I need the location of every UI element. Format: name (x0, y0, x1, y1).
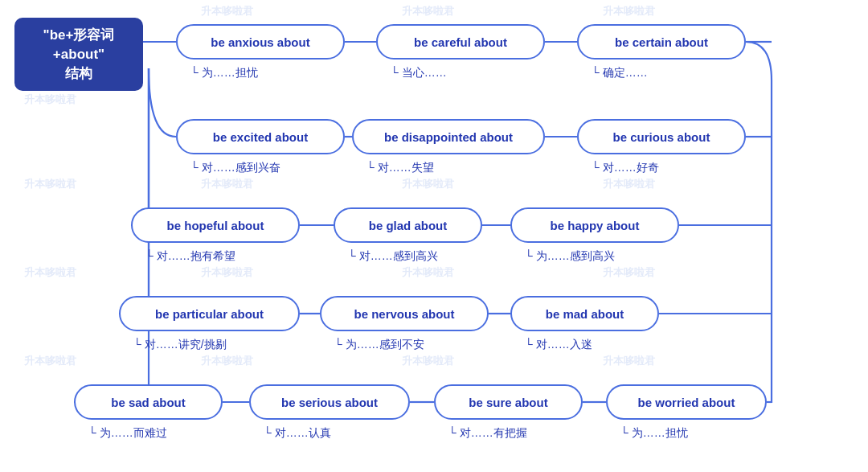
pill-p2: be careful about (376, 24, 545, 60)
watermark: 升本哆啦君 (402, 177, 454, 191)
trans-p9: └ 为……感到高兴 (525, 249, 615, 264)
trans-p15: └ 对……有把握 (448, 426, 527, 441)
pill-p16: be worried about (606, 384, 767, 420)
watermark: 升本哆啦君 (603, 265, 655, 280)
trans-p7: └ 对……抱有希望 (145, 249, 235, 264)
trans-p16: └ 为……担忧 (620, 426, 688, 441)
trans-p13: └ 为……而难过 (88, 426, 167, 441)
pill-p8: be glad about (334, 207, 482, 243)
trans-p12: └ 对……入迷 (525, 338, 592, 352)
trans-p5: └ 对……失望 (366, 161, 434, 175)
watermark: 升本哆啦君 (603, 177, 655, 191)
pill-p13: be sad about (74, 384, 223, 420)
pill-p10: be particular about (119, 296, 300, 331)
pill-p9: be happy about (510, 207, 679, 243)
pill-p4: be excited about (176, 119, 345, 154)
trans-p8: └ 对……感到高兴 (348, 249, 438, 264)
pill-p12: be mad about (510, 296, 659, 331)
pill-p3: be certain about (577, 24, 746, 60)
watermark: 升本哆啦君 (201, 265, 253, 280)
watermark: 升本哆啦君 (603, 354, 655, 368)
watermark: 升本哆啦君 (603, 4, 655, 18)
pill-p11: be nervous about (320, 296, 489, 331)
watermark: 升本哆啦君 (24, 265, 76, 280)
pill-p5: be disappointed about (352, 119, 545, 154)
trans-p4: └ 对……感到兴奋 (190, 161, 280, 175)
pill-p1: be anxious about (176, 24, 345, 60)
pill-p14: be serious about (249, 384, 410, 420)
watermark: 升本哆啦君 (24, 92, 76, 107)
watermark: 升本哆啦君 (402, 354, 454, 368)
pill-p7: be hopeful about (131, 207, 300, 243)
watermark: 升本哆啦君 (201, 4, 253, 18)
watermark: 升本哆啦君 (201, 354, 253, 368)
trans-p14: └ 对……认真 (264, 426, 331, 441)
watermark: 升本哆啦君 (24, 354, 76, 368)
title-box: "be+形容词+about" 结构 (14, 18, 143, 91)
trans-p3: └ 确定…… (592, 66, 648, 80)
trans-p10: └ 对……讲究/挑剔 (133, 338, 227, 352)
pill-p15: be sure about (434, 384, 583, 420)
watermark: 升本哆啦君 (402, 4, 454, 18)
trans-p1: └ 为……担忧 (190, 66, 258, 80)
watermark: 升本哆啦君 (402, 265, 454, 280)
trans-p6: └ 对……好奇 (592, 161, 659, 175)
trans-p2: └ 当心…… (391, 66, 447, 80)
watermark: 升本哆啦君 (201, 177, 253, 191)
watermark: 升本哆啦君 (24, 177, 76, 191)
pill-p6: be curious about (577, 119, 746, 154)
trans-p11: └ 为……感到不安 (334, 338, 424, 352)
